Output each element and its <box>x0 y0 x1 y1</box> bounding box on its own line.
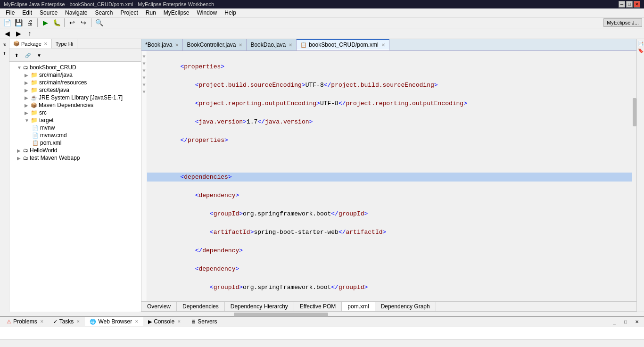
menu-item-file[interactable]: File <box>2 8 18 17</box>
left-vert-btn-1[interactable]: P <box>1 41 8 49</box>
editor-tab-bar: *Book.java ✕ BookController.java ✕ BookD… <box>141 39 636 51</box>
bottom-tab-tasks-label: Tasks <box>59 318 74 325</box>
tree-item-jre[interactable]: ▶ ☕ JRE System Library [JavaSE-1.7] <box>9 94 141 101</box>
redo-btn[interactable]: ↪ <box>78 17 89 28</box>
menu-item-navigate[interactable]: Navigate <box>61 8 91 17</box>
pom-tab-dep-hierarchy-label: Dependency Hierarchy <box>231 303 288 310</box>
tree-item-testmaven[interactable]: ▶ 🗂 test Maven Webapp <box>9 154 141 162</box>
link-editor-btn[interactable]: 🔗 <box>23 50 33 60</box>
tab-close-webbrowser[interactable]: ✕ <box>135 319 139 324</box>
view-menu-btn[interactable]: ▼ <box>34 50 44 60</box>
tree-label-target: target <box>39 117 54 124</box>
fold-properties[interactable]: ▼ <box>141 53 147 60</box>
editor-hscrollbar[interactable] <box>140 312 644 315</box>
folder-icon-src: 📁 <box>31 109 38 116</box>
bottom-tabs-left: ⚠ Problems ✕ ✓ Tasks ✕ 🌐 Web Browser ✕ ▶… <box>2 317 222 326</box>
tree-item-mvnwcmd[interactable]: 📄 mvnw.cmd <box>9 132 141 139</box>
tree-item-mvnw[interactable]: 📄 mvnw <box>9 124 141 132</box>
fold-dependencies[interactable]: ▼ <box>141 60 147 67</box>
menu-item-source[interactable]: Source <box>36 8 61 17</box>
menu-item-project[interactable]: Project <box>116 8 141 17</box>
tab-book-java[interactable]: *Book.java ✕ <box>141 39 183 50</box>
new-btn[interactable]: 📄 <box>2 17 12 28</box>
tab-close-problems[interactable]: ✕ <box>40 319 44 324</box>
close-panel-btn[interactable]: ✕ <box>632 316 642 327</box>
right-btn-2[interactable]: 🔖 <box>638 48 644 53</box>
hscroll-thumb[interactable] <box>234 313 328 316</box>
tab-close-pomxml[interactable]: ✕ <box>381 42 385 48</box>
editor-scrollbar[interactable] <box>632 51 636 301</box>
scrollbar-thumb[interactable] <box>633 98 636 126</box>
tree-item-src[interactable]: ▶ 📁 src <box>9 109 141 116</box>
minimize-panel-btn[interactable]: _ <box>609 316 619 327</box>
tree-item-src-main-res[interactable]: ▶ 📁 src/main/resources <box>9 79 141 86</box>
menu-item-window[interactable]: Window <box>193 8 221 17</box>
menu-item-run[interactable]: Run <box>142 8 160 17</box>
pom-tab-dep-hierarchy[interactable]: Dependency Hierarchy <box>225 302 294 311</box>
forward-btn[interactable]: ▶ <box>13 28 24 39</box>
sidebar-tab-package-close[interactable]: ✕ <box>44 41 48 46</box>
left-vert-btn-2[interactable]: T <box>1 50 8 57</box>
pom-tab-pomxml[interactable]: pom.xml <box>342 302 375 311</box>
fold-dep1[interactable]: ▼ <box>141 67 147 74</box>
tree-item-maven-deps[interactable]: ▶ 📦 Maven Dependencies <box>9 101 141 109</box>
collapse-all-btn[interactable]: ⬆ <box>11 50 22 60</box>
bottom-tab-webbrowser[interactable]: 🌐 Web Browser ✕ <box>85 317 143 326</box>
sidebar-tab-package[interactable]: 📦 Package ✕ <box>9 39 52 49</box>
up-btn[interactable]: ↑ <box>25 28 35 39</box>
tab-bookcontroller-java[interactable]: BookController.java ✕ <box>183 39 247 50</box>
code-line-4: <java.version>1.7</java.version> <box>151 117 628 127</box>
bottom-tab-problems[interactable]: ⚠ Problems ✕ <box>2 317 49 326</box>
editor-area: *Book.java ✕ BookController.java ✕ BookD… <box>141 39 636 312</box>
fold-dep4[interactable]: ▼ <box>141 88 147 95</box>
menu-item-help[interactable]: Help <box>221 8 240 17</box>
code-line-12: <dependency> <box>151 264 628 274</box>
tab-close-bookcontroller[interactable]: ✕ <box>239 42 242 48</box>
tree-item-src-main-java[interactable]: ▶ 📁 src/main/java <box>9 71 141 79</box>
right-btn-1[interactable]: 📑 <box>638 41 644 46</box>
menu-item-myeclipse[interactable]: MyEclipse <box>160 8 193 17</box>
search-btn[interactable]: 🔍 <box>94 17 104 28</box>
pom-tab-effective[interactable]: Effective POM <box>294 302 342 311</box>
sep3 <box>91 18 91 27</box>
hscroll-track[interactable] <box>140 312 644 315</box>
file-icon-pomxml: 📋 <box>32 140 39 146</box>
sidebar-tab-typehi[interactable]: Type Hi <box>52 39 77 49</box>
run-btn[interactable]: ▶ <box>40 17 50 28</box>
pom-tab-overview[interactable]: Overview <box>141 302 177 311</box>
debug-btn[interactable]: 🐛 <box>51 17 62 28</box>
tree-item-booksboot[interactable]: ▼ 🗂 bookSboot_CRUD <box>9 64 141 71</box>
bottom-tab-console[interactable]: ▶ Console ✕ <box>143 317 186 326</box>
undo-btn[interactable]: ↩ <box>67 17 77 28</box>
back-btn[interactable]: ◀ <box>2 28 12 39</box>
folder-icon-src-main-java: 📁 <box>31 72 38 78</box>
close-btn[interactable]: ✕ <box>634 1 640 8</box>
tree-item-target[interactable]: ▼ 📁 target <box>9 116 141 124</box>
print-btn[interactable]: 🖨 <box>25 17 35 28</box>
minimize-btn[interactable]: ─ <box>619 1 625 8</box>
tree-item-src-test-java[interactable]: ▶ 📁 src/test/java <box>9 86 141 94</box>
code-editor-main: ▼ ▼ ▼ ▼ <box>141 51 636 301</box>
tree-item-pomxml[interactable]: 📋 pom.xml <box>9 139 141 147</box>
pom-tab-dep-graph[interactable]: Dependency Graph <box>375 302 436 311</box>
tab-close-bookdao[interactable]: ✕ <box>289 42 292 48</box>
code-area[interactable]: <properties> <project.build.sourceEncodi… <box>147 51 632 301</box>
tab-close-book-java[interactable]: ✕ <box>175 42 179 48</box>
title-bar: MyEclipse Java Enterprise - bookSboot_CR… <box>0 0 644 8</box>
menu-item-edit[interactable]: Edit <box>18 8 36 17</box>
fold-dep3[interactable]: ▼ <box>141 81 147 88</box>
tab-close-console[interactable]: ✕ <box>177 319 181 324</box>
tree-item-helloworld[interactable]: ▶ 🗂 HelloWorld <box>9 147 141 154</box>
tab-close-tasks[interactable]: ✕ <box>76 319 80 324</box>
bottom-tab-servers[interactable]: 🖥 Servers <box>186 317 222 326</box>
pom-tab-dependencies[interactable]: Dependencies <box>177 302 225 311</box>
tab-label-book-java: *Book.java <box>145 41 172 48</box>
tab-bookdao-java[interactable]: BookDao.java ✕ <box>247 39 297 50</box>
maximize-panel-btn[interactable]: □ <box>620 316 631 327</box>
menu-item-search[interactable]: Search <box>91 8 116 17</box>
bottom-tab-tasks[interactable]: ✓ Tasks ✕ <box>49 317 85 326</box>
fold-dep2[interactable]: ▼ <box>141 74 147 81</box>
save-btn[interactable]: 💾 <box>13 17 24 28</box>
tab-pomxml[interactable]: 📋 bookSboot_CRUD/pom.xml ✕ <box>297 39 389 50</box>
maximize-btn[interactable]: □ <box>626 1 633 8</box>
